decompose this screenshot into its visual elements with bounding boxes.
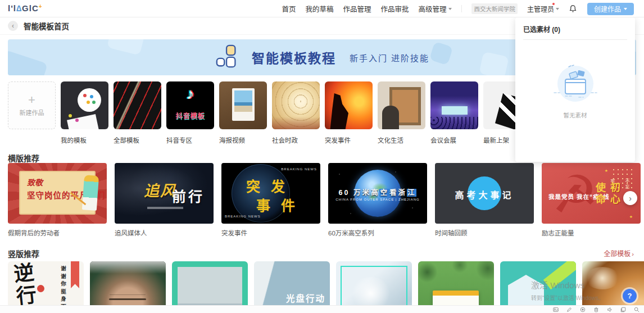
create-work-button[interactable]: 创建作品 [587, 3, 634, 15]
banner-deco [8, 50, 48, 75]
nav-my-drafts[interactable]: 我的草稿 [305, 3, 333, 14]
logo-part: l'l [8, 3, 16, 13]
panel-title: 已选素材 (0) [515, 17, 635, 39]
chevron-down-icon [556, 8, 559, 10]
category-thumb[interactable] [272, 81, 320, 129]
nav-home[interactable]: 首页 [282, 3, 296, 14]
banner-deco [107, 39, 145, 56]
card-caption: 60万米高空系列 [328, 228, 427, 237]
category-douyin[interactable]: ♪ 抖音模板 抖音专区 [166, 81, 214, 144]
banner-subtitle: 新手入门 进阶技能 [350, 52, 429, 63]
category-conference[interactable]: 会议会展 [430, 81, 478, 144]
logo-part: lC [29, 3, 39, 13]
category-label: 全部模板 [114, 135, 161, 144]
seal-stamp [37, 285, 44, 292]
category-label: 文化生活 [378, 135, 425, 144]
image-icon[interactable] [553, 307, 559, 312]
category-thumb[interactable] [114, 81, 161, 129]
search-icon[interactable] [634, 307, 640, 312]
delete-trash-icon[interactable] [593, 307, 599, 312]
category-label: 我的模板 [61, 135, 108, 144]
edit-pen-icon[interactable] [566, 307, 572, 312]
category-poster-video[interactable]: 海报视频 [219, 81, 267, 144]
thumb-text: 不忘 [624, 179, 629, 190]
selected-materials-panel: 已选素材 (0) 暂无素材 [515, 17, 635, 162]
logo-triangle: ∆ [16, 3, 22, 13]
category-label: 突发事件 [325, 135, 373, 144]
category-thumb[interactable] [430, 81, 478, 129]
template-thumb[interactable]: BREAKING NEWS 突 发 事 件 BREAKING NEWS [221, 163, 320, 224]
banner-deco [429, 42, 453, 66]
card-caption: 追风媒体人 [115, 228, 214, 237]
category-label: 抖音专区 [166, 135, 214, 144]
blocks-icon [215, 43, 241, 71]
template-card-breaking-news[interactable]: BREAKING NEWS 突 发 事 件 BREAKING NEWS 突发事件 [221, 163, 320, 237]
thumb-text: 光盘行动 [286, 292, 325, 304]
template-card-space-series[interactable]: 60 万米高空看浙江 CHINA FROM OUTER SPACE | ZHEJ… [328, 163, 427, 237]
farmer-illustration [82, 175, 99, 211]
page-title: 智能模板首页 [24, 20, 69, 31]
thumb-text: 高考大事记 [435, 188, 534, 201]
new-work-box[interactable]: + 新建作品 [8, 81, 56, 129]
bottom-toolbar [0, 305, 644, 313]
volume-icon[interactable] [607, 307, 613, 312]
category-politics[interactable]: 社会时政 [272, 81, 320, 144]
card-caption: 假期背后的劳动者 [8, 228, 107, 237]
category-thumb[interactable] [325, 81, 373, 129]
category-breaking-events[interactable]: 突发事件 [325, 81, 373, 144]
banner-title: 智能模板教程 [252, 48, 336, 67]
horizontal-card-row: 致敬 坚守岗位的平凡人们 假期背后的劳动者 追风 前行 追风媒体人 BREAKI… [8, 163, 641, 237]
template-thumb[interactable]: 60 万米高空看浙江 CHINA FROM OUTER SPACE | ZHEJ… [328, 163, 427, 224]
top-header: l'l∆GlC+ 首页 我的草稿 作品管理 作品审批 高级管理 西交大新闻学院 … [0, 0, 644, 17]
app-root: l'l∆GlC+ 首页 我的草稿 作品管理 作品审批 高级管理 西交大新闻学院 … [0, 0, 644, 313]
app-logo[interactable]: l'l∆GlC+ [8, 3, 43, 13]
category-thumb[interactable] [378, 81, 425, 129]
category-culture-life[interactable]: 文化生活 [378, 81, 425, 144]
link-label: 全部模板 [604, 250, 631, 258]
horizontal-section-title: 横版推荐 [8, 152, 39, 164]
category-my-templates[interactable]: 我的模板 [61, 81, 108, 144]
template-thumb[interactable]: 追风 前行 [115, 163, 214, 224]
carousel-next-button[interactable]: › [623, 191, 637, 205]
category-label: 社会时政 [272, 135, 320, 144]
banner-content: 智能模板教程 新手入门 进阶技能 [215, 43, 429, 71]
bell-icon[interactable] [569, 4, 578, 13]
thumb-text: 初心 [607, 182, 622, 206]
thumb-text: 事 件 [256, 194, 298, 215]
notification-dot [552, 3, 555, 5]
top-nav: 首页 我的草稿 作品管理 作品审批 高级管理 西交大新闻学院 主管理员 创建作品 [282, 0, 634, 17]
banner-deco [479, 52, 509, 75]
chevron-down-icon [624, 8, 627, 10]
thumb-detail [147, 207, 183, 209]
thumb-text: 抖音模板 [166, 111, 214, 120]
template-card-storm-media[interactable]: 追风 前行 追风媒体人 [115, 163, 214, 237]
help-button[interactable]: ? [623, 289, 637, 303]
new-work-label: 新建作品 [20, 108, 44, 117]
category-all-templates[interactable]: 全部模板 [114, 81, 161, 144]
category-label: 会议会展 [430, 135, 478, 144]
record-circle-icon[interactable] [580, 307, 586, 312]
thumb-text: BREAKING NEWS [281, 167, 317, 171]
org-badge: 西交大新闻学院 [471, 3, 518, 14]
role-label: 主管理员 [527, 4, 554, 13]
user-role-menu[interactable]: 主管理员 [527, 4, 559, 13]
plus-icon: + [28, 94, 35, 106]
nav-works-approval[interactable]: 作品审批 [380, 3, 409, 14]
logo-part: G [22, 3, 29, 13]
nav-works-management[interactable]: 作品管理 [343, 3, 371, 14]
template-thumb[interactable]: 致敬 坚守岗位的平凡人们 [8, 163, 107, 224]
window-icon[interactable] [620, 307, 626, 312]
back-button[interactable]: ‹ [8, 21, 18, 31]
all-templates-link[interactable]: 全部模板› [604, 248, 634, 258]
template-thumb[interactable]: 高考大事记 [435, 163, 534, 224]
template-card-laborers[interactable]: 致敬 坚守岗位的平凡人们 假期背后的劳动者 [8, 163, 107, 237]
category-thumb[interactable] [219, 81, 267, 129]
template-card-timeline[interactable]: 高考大事记 时间轴回顾 [435, 163, 534, 237]
category-thumb[interactable]: ♪ 抖音模板 [166, 81, 214, 129]
music-note-icon: ♪ [166, 85, 214, 103]
nav-advanced-management[interactable]: 高级管理 [418, 3, 452, 14]
category-thumb[interactable] [61, 81, 108, 129]
new-work-tile[interactable]: + 新建作品 [8, 81, 56, 144]
thumb-detail [67, 114, 99, 129]
thumb-text: 60 万米高 [339, 189, 380, 197]
